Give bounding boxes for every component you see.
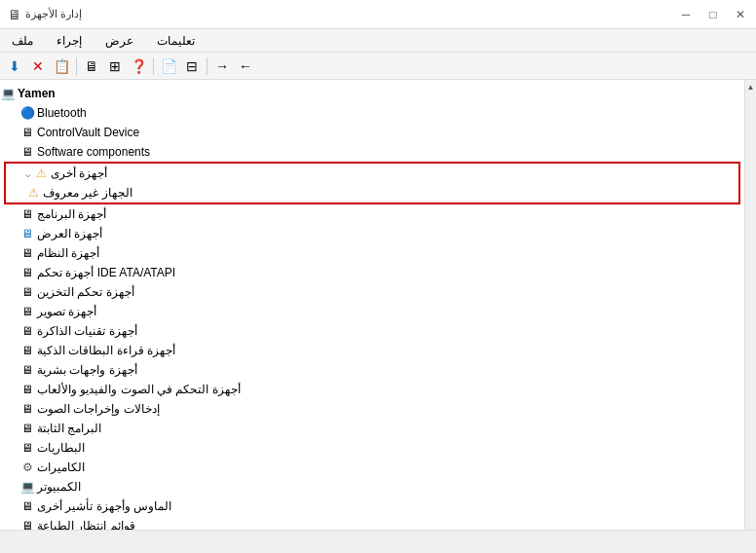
close-button[interactable]: ✕ <box>733 7 748 22</box>
item-label: أجهزة البرنامج <box>37 207 106 221</box>
item-label: أجهزة تصوير <box>37 305 96 318</box>
list-item[interactable]: أجهزة العرض 🖥 <box>0 224 744 243</box>
list-item[interactable]: الجهاز غير معروف ⚠ <box>6 183 738 203</box>
toolbar-view1[interactable]: ⊟ <box>181 55 203 77</box>
root-icon: 💻 <box>0 86 16 101</box>
minimize-button[interactable]: ─ <box>678 7 694 22</box>
menu-bar: تعليمات عرض إجراء ملف <box>0 29 756 53</box>
item-label: أجهزة العرض <box>37 227 102 240</box>
monitor-icon: 🖥 <box>19 226 35 241</box>
toolbar-back[interactable]: ← <box>235 55 256 77</box>
list-item[interactable]: أجهزة البرنامج 🖥 <box>0 204 744 224</box>
imaging-icon: 🖥 <box>19 304 35 319</box>
toolbar-table[interactable]: 📋 <box>51 55 72 77</box>
item-label: الجهاز غير معروف <box>43 186 132 200</box>
toolbar-grid[interactable]: ⊞ <box>104 55 126 77</box>
list-item[interactable]: أجهزة تصوير 🖥 <box>0 302 744 321</box>
list-item[interactable]: الكاميرات ⚙ <box>0 458 744 477</box>
list-item[interactable]: البطاريات 🖥 <box>0 438 744 458</box>
window-title: إدارة الأجهزة <box>25 8 82 20</box>
bt-icon: 🔵 <box>19 105 35 121</box>
toolbar-separator-2 <box>153 57 154 75</box>
memory-icon: 🖥 <box>19 323 35 339</box>
fw-icon: 🖥 <box>19 421 35 436</box>
list-item[interactable]: أجهزة واجهات بشرية 🖥 <box>0 360 744 380</box>
tree-area: Yamen 💻 Bluetooth 🔵 ControlVault Device … <box>0 80 744 530</box>
list-item[interactable]: Software components 🖥 <box>0 142 744 162</box>
item-label: أجهزة تحكم التخزين <box>37 285 134 299</box>
menu-help[interactable]: تعليمات <box>153 32 199 50</box>
computer-icon: 💻 <box>19 479 35 495</box>
title-bar-right: إدارة الأجهزة 🖥 <box>8 7 82 22</box>
item-label: أجهزة قراءة البطاقات الذكية <box>37 344 175 357</box>
list-item[interactable]: أجهزة أخرى ⚠ ⌵ <box>6 164 738 183</box>
smart-icon: 🖥 <box>19 343 35 358</box>
tree-root[interactable]: Yamen 💻 <box>0 84 744 103</box>
item-label: أجهزة التحكم في الصوت والفيديو والألعاب <box>37 383 241 396</box>
toolbar-monitor[interactable]: 🖥 <box>81 55 102 77</box>
item-label: أجهزة تقنيات الذاكرة <box>37 324 137 338</box>
hid-icon: 🖥 <box>19 362 35 378</box>
item-label: البرامج الثابتة <box>37 422 101 435</box>
toolbar-separator-3 <box>76 57 77 75</box>
toolbar-download[interactable]: ⬇ <box>4 55 25 77</box>
list-item[interactable]: أجهزة قراءة البطاقات الذكية 🖥 <box>0 341 744 360</box>
list-item[interactable]: أجهزة تقنيات الذاكرة 🖥 <box>0 321 744 341</box>
list-item[interactable]: Bluetooth 🔵 <box>0 103 744 123</box>
list-item[interactable]: أجهزة تحكم التخزين 🖥 <box>0 282 744 302</box>
toolbar-help[interactable]: ❓ <box>128 55 149 77</box>
window-icon: 🖥 <box>8 7 21 22</box>
item-label: أجهزة أخرى <box>51 166 107 180</box>
item-label: IDE ATA/ATAPI أجهزة تحكم <box>37 266 175 279</box>
item-label: إدخالات وإخراجات الصوت <box>37 402 160 416</box>
toolbar-view2[interactable]: 📄 <box>158 55 179 77</box>
sys-icon: 🖥 <box>19 245 35 261</box>
toolbar-delete[interactable]: ✕ <box>27 55 49 77</box>
item-label: ControlVault Device <box>37 126 139 139</box>
highlighted-group: أجهزة أخرى ⚠ ⌵ الجهاز غير معروف ⚠ <box>4 162 740 204</box>
list-item[interactable]: IDE ATA/ATAPI أجهزة تحكم 🖥 <box>0 263 744 282</box>
toolbar-separator-1 <box>207 57 208 75</box>
scroll-up[interactable]: ▲ <box>746 82 756 92</box>
root-label: Yamen <box>18 87 56 100</box>
toolbar: ← → ⊟ 📄 ❓ ⊞ 🖥 📋 ✕ ⬇ <box>0 53 756 80</box>
maximize-button[interactable]: □ <box>705 7 721 22</box>
expand-arrow: ⌵ <box>25 168 31 179</box>
warning-icon2: ⚠ <box>25 185 41 201</box>
item-label: الماوس وأجهزة تأشير أخرى <box>37 499 171 513</box>
list-item[interactable]: أجهزة النظام 🖥 <box>0 243 744 263</box>
menu-view[interactable]: عرض <box>101 32 137 50</box>
list-item[interactable]: إدخالات وإخراجات الصوت 🖥 <box>0 399 744 419</box>
item-label: أجهزة النظام <box>37 246 99 260</box>
title-bar: ✕ □ ─ إدارة الأجهزة 🖥 <box>0 0 756 29</box>
menu-file[interactable]: ملف <box>8 32 37 50</box>
status-bar <box>0 530 756 553</box>
list-item[interactable]: قوائم انتظار الطباعة 🖥 <box>0 516 744 530</box>
battery-icon: 🖥 <box>19 440 35 456</box>
item-label: أجهزة واجهات بشرية <box>37 363 137 377</box>
list-item[interactable]: الماوس وأجهزة تأشير أخرى 🖥 <box>0 497 744 516</box>
item-label: قوائم انتظار الطباعة <box>37 519 135 530</box>
mouse-icon: 🖥 <box>19 498 35 514</box>
item-label: البطاريات <box>37 441 85 455</box>
toolbar-forward[interactable]: → <box>211 55 233 77</box>
list-item[interactable]: البرامج الثابتة 🖥 <box>0 419 744 438</box>
storage-icon: 🖥 <box>19 284 35 300</box>
audio-icon: 🖥 <box>19 382 35 397</box>
list-item[interactable]: ControlVault Device 🖥 <box>0 123 744 142</box>
item-label: Bluetooth <box>37 106 87 120</box>
item-label: Software components <box>37 145 150 159</box>
main-area: ▲ Yamen 💻 Bluetooth 🔵 ControlVault Devic… <box>0 80 756 530</box>
title-bar-controls[interactable]: ✕ □ ─ <box>678 7 748 22</box>
menu-action[interactable]: إجراء <box>53 32 86 50</box>
camera-icon: ⚙ <box>19 460 35 475</box>
device-icon: 🖥 <box>19 125 35 140</box>
prog-icon: 🖥 <box>19 206 35 222</box>
scroll-panel: ▲ <box>744 80 756 530</box>
list-item[interactable]: أجهزة التحكم في الصوت والفيديو والألعاب … <box>0 380 744 399</box>
print-icon: 🖥 <box>19 518 35 530</box>
item-label: الكمبيوتر <box>37 480 81 494</box>
sw-icon: 🖥 <box>19 144 35 160</box>
audioio-icon: 🖥 <box>19 401 35 417</box>
list-item[interactable]: الكمبيوتر 💻 <box>0 477 744 497</box>
